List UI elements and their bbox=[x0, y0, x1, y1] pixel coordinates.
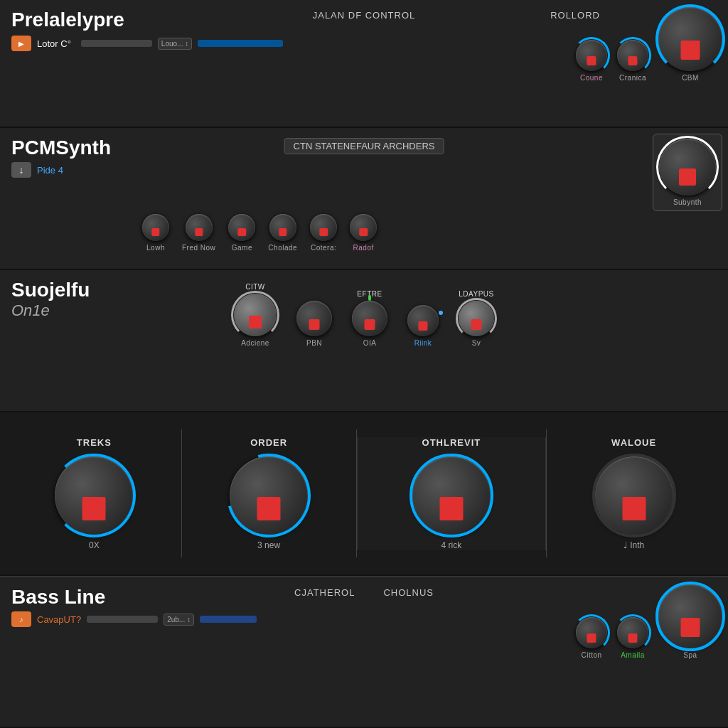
sec1-knob-coune-dial[interactable] bbox=[576, 40, 607, 71]
sec3-knob-oia: EFTRE OIA bbox=[352, 290, 387, 347]
sec4-order-sublabel: 3 new bbox=[257, 540, 280, 550]
sec1-bar2[interactable] bbox=[198, 40, 283, 47]
sec5-knobs-row: Citton Amaila Spa bbox=[576, 584, 722, 659]
sec3-knob-oia-label: OIA bbox=[363, 339, 377, 347]
sec4-order-title: ORDER bbox=[250, 437, 287, 448]
sec4-waloue-knob[interactable] bbox=[595, 456, 673, 535]
sec2-knobs-area: Subynth bbox=[653, 134, 722, 211]
section-suojelfu: Suojelfu On1e CITW Adciene PBN EFTRE OIA bbox=[0, 270, 728, 412]
sec4-order-arc bbox=[212, 438, 326, 552]
sec2-knob-cholade-dial[interactable] bbox=[269, 214, 296, 241]
sec2-knob-game-dial[interactable] bbox=[228, 214, 255, 241]
sec3-knob-pbn-dial[interactable] bbox=[296, 301, 332, 336]
sec2-knob-cholade: Cholade bbox=[268, 214, 297, 252]
sec3-knob-oia-dial[interactable] bbox=[352, 301, 387, 336]
sec2-subynth-knob[interactable] bbox=[659, 139, 716, 196]
sec4-waloue-sublabel: ♩ Inth bbox=[623, 540, 644, 550]
sec5-knob-amaila-label: Amaila bbox=[621, 651, 645, 659]
sec2-knob-cholade-label: Cholade bbox=[268, 244, 297, 252]
sec1-bar1[interactable] bbox=[81, 40, 152, 47]
sec2-plugin-name: Pide 4 bbox=[37, 165, 63, 176]
sec1-plugin-name: Lotor C° bbox=[37, 38, 71, 49]
sec3-knob-citw-label: CITW bbox=[245, 283, 265, 291]
sec3-knob-oia-container bbox=[352, 301, 387, 336]
sec3-knob-pbn-label: PBN bbox=[306, 339, 322, 347]
sec5-logo-icon: ♪ bbox=[11, 611, 31, 627]
sec1-knob-cbm-dial[interactable] bbox=[658, 7, 722, 71]
sec4-othlrevit-sublabel: 4 rick bbox=[441, 540, 462, 550]
sec4-treks-title: TREKS bbox=[77, 437, 112, 448]
sec2-center-label: CTN STATENEFAUR ARCHDERS bbox=[284, 138, 444, 154]
sec5-label-cholnus: CHOLNUS bbox=[383, 587, 434, 598]
sec5-knob-spa: Spa bbox=[658, 584, 722, 659]
sec1-knob-cranica-label: Cranica bbox=[619, 74, 646, 82]
sec2-knob-lowh-label: Lowh bbox=[146, 244, 165, 252]
sec2-knob-frednow: Fred Now bbox=[182, 214, 215, 252]
sec5-bar2[interactable] bbox=[200, 616, 257, 623]
sec1-knob-cbm-arc bbox=[655, 4, 725, 74]
sec2-knob-radof-dial[interactable] bbox=[350, 214, 377, 241]
sec2-knob-game: Game bbox=[228, 214, 255, 252]
sec1-logo-icon: ▶ bbox=[11, 36, 31, 51]
sec4-othlrevit: OTHLREVIT 4 rick bbox=[357, 437, 547, 550]
sec4-waloue: WALOUE ♩ Inth bbox=[547, 437, 721, 550]
sec5-plugin-name: CavapUT? bbox=[37, 614, 81, 625]
sec2-row: ↓ Pide 4 bbox=[11, 162, 717, 178]
sec2-knob-frednow-dial[interactable] bbox=[186, 214, 213, 241]
sec3-knob-pbn: PBN bbox=[296, 301, 332, 347]
sec3-knob-riink-label: Riink bbox=[414, 339, 432, 347]
sec2-subynth-box: Subynth bbox=[653, 134, 722, 211]
sec2-knob-cotera-label: Cotera: bbox=[311, 244, 336, 252]
sec1-knobs-row: Coune Cranica CBM bbox=[576, 7, 722, 82]
sec2-knob-radof-label: Radof bbox=[353, 244, 374, 252]
sec4-order: ORDER 3 new bbox=[182, 437, 356, 550]
sec5-knob-amaila-arc bbox=[614, 614, 651, 651]
sec1-knob-cranica: Cranica bbox=[617, 40, 648, 82]
section-pcmsynth: PCMSynth ↓ Pide 4 CTN STATENEFAUR ARCHDE… bbox=[0, 128, 728, 270]
sec1-center-label: JALAN DF CONTROL bbox=[313, 10, 416, 21]
sec3-knob-adciene-arc bbox=[231, 291, 279, 339]
sec3-knob-sv-label: Sv bbox=[472, 339, 481, 347]
sec3-knob-adciene-dial[interactable] bbox=[234, 294, 277, 336]
sec4-othlrevit-knob[interactable] bbox=[412, 456, 491, 535]
sec4-treks: TREKS 0X bbox=[7, 437, 181, 550]
sec5-bar1[interactable] bbox=[87, 616, 158, 623]
sec1-dropdown[interactable]: Louo... ↕ bbox=[158, 38, 192, 50]
sec5-knob-citton-dial[interactable] bbox=[576, 617, 607, 648]
sec2-subynth-label: Subynth bbox=[673, 198, 702, 206]
sec5-knob-citton: Citton bbox=[576, 617, 607, 659]
sec2-knob-cotera: Cotera: bbox=[310, 214, 337, 252]
sec5-knob-amaila: Amaila bbox=[617, 617, 648, 659]
sec1-knob-cranica-arc bbox=[614, 37, 651, 74]
section-big-knobs: TREKS 0X ORDER 3 new OTHLREVIT 4 rick WA… bbox=[0, 412, 728, 576]
sec5-dropdown[interactable]: 2ub... ↕ bbox=[164, 614, 194, 626]
sec5-knob-spa-arc bbox=[655, 582, 725, 651]
sec5-knob-spa-dial[interactable] bbox=[658, 584, 722, 648]
sec2-knob-frednow-label: Fred Now bbox=[182, 244, 215, 252]
sec3-knob-sv-dial[interactable] bbox=[459, 301, 494, 336]
sec1-knob-cbm-label: CBM bbox=[682, 74, 699, 82]
sec1-knob-cranica-dial[interactable] bbox=[617, 40, 648, 71]
section-prelalelypre: Prelalelypre JALAN DF CONTROL ROLLORD ▶ … bbox=[0, 0, 728, 128]
sec3-knob-ldaypus-label: LDAYPUS bbox=[459, 290, 493, 298]
sec5-knob-amaila-dial[interactable] bbox=[617, 617, 648, 648]
sec2-knob-lowh: Lowh bbox=[142, 214, 169, 252]
sec2-knob-lowh-dial[interactable] bbox=[142, 214, 169, 241]
sec4-treks-arc bbox=[52, 454, 136, 537]
sec4-order-knob[interactable] bbox=[230, 456, 308, 535]
sec3-knobs-row: CITW Adciene PBN EFTRE OIA Riin bbox=[234, 283, 494, 347]
sec1-knob-cbm: CBM bbox=[658, 7, 722, 82]
sec1-knob-coune-arc bbox=[573, 37, 610, 74]
sec3-knob-adciene: CITW Adciene bbox=[234, 283, 277, 347]
sec5-center-labels: CJATHEROL CHOLNUS bbox=[294, 587, 434, 598]
sec3-knob-riink-dial[interactable] bbox=[407, 305, 439, 336]
sec5-knob-citton-arc bbox=[573, 614, 610, 651]
sec4-othlrevit-arc bbox=[410, 454, 493, 537]
sec4-waloue-title: WALOUE bbox=[611, 437, 656, 448]
sec3-knob-adciene-label: Adciene bbox=[241, 339, 269, 347]
sec4-treks-knob[interactable] bbox=[55, 456, 133, 535]
sec3-knob-riink-container bbox=[407, 305, 439, 336]
sec2-knob-radof: Radof bbox=[350, 214, 377, 252]
sec5-knob-citton-label: Citton bbox=[581, 651, 601, 659]
sec2-knob-cotera-dial[interactable] bbox=[310, 214, 337, 241]
